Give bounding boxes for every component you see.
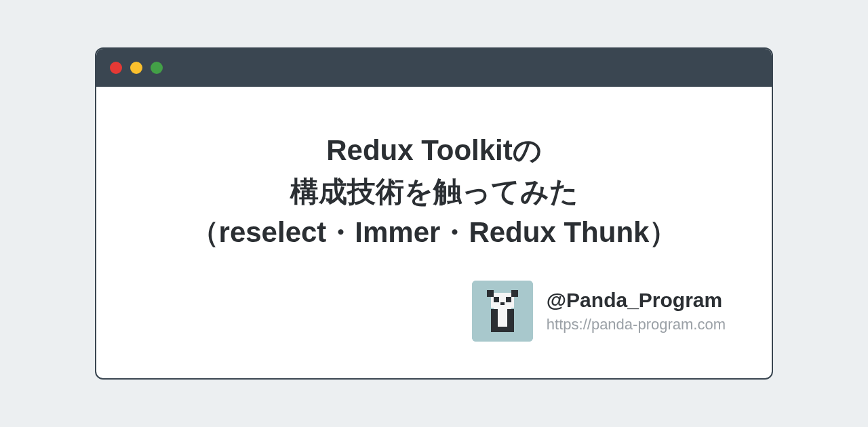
author-block: @Panda_Program https://panda-program.com bbox=[137, 281, 731, 342]
author-handle: @Panda_Program bbox=[547, 289, 726, 312]
window-card: Redux Toolkitの 構成技術を触ってみた （reselect・Imme… bbox=[95, 47, 773, 380]
panda-icon bbox=[472, 281, 533, 342]
svg-rect-11 bbox=[498, 310, 507, 323]
title-line-1: Redux Toolkitの bbox=[326, 134, 542, 166]
svg-rect-3 bbox=[511, 290, 518, 297]
title-bar bbox=[96, 49, 772, 87]
article-title: Redux Toolkitの 構成技術を触ってみた （reselect・Imme… bbox=[137, 130, 731, 254]
maximize-icon[interactable] bbox=[151, 62, 163, 74]
author-url[interactable]: https://panda-program.com bbox=[547, 316, 726, 333]
svg-rect-2 bbox=[487, 290, 494, 297]
minimize-icon[interactable] bbox=[130, 62, 142, 74]
title-line-3: （reselect・Immer・Redux Thunk） bbox=[191, 216, 678, 248]
title-line-2: 構成技術を触ってみた bbox=[290, 176, 578, 207]
avatar bbox=[472, 281, 533, 342]
svg-rect-4 bbox=[494, 297, 499, 302]
svg-rect-5 bbox=[506, 297, 511, 302]
author-info: @Panda_Program https://panda-program.com bbox=[547, 289, 726, 333]
content-area: Redux Toolkitの 構成技術を触ってみた （reselect・Imme… bbox=[96, 87, 772, 378]
svg-rect-10 bbox=[495, 327, 510, 332]
close-icon[interactable] bbox=[110, 62, 122, 74]
svg-rect-6 bbox=[500, 302, 505, 305]
